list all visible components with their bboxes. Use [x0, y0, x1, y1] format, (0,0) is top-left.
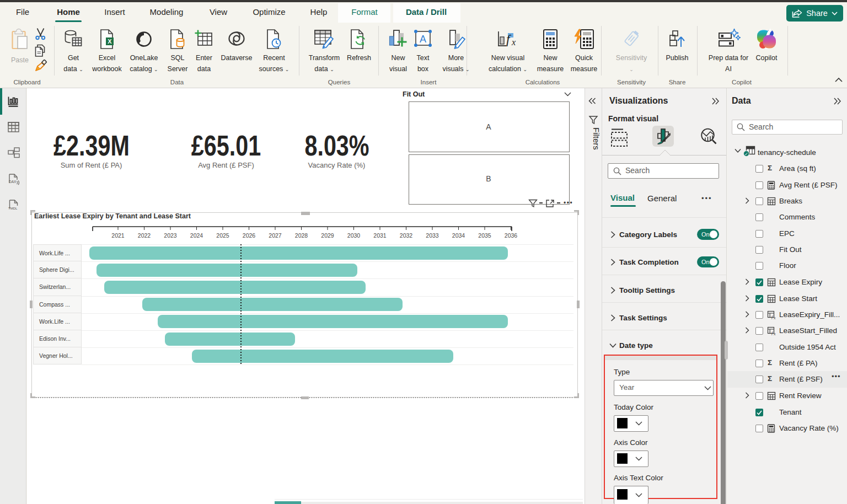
svg-text:x: x [511, 37, 516, 47]
svg-text:DAX: DAX [9, 180, 17, 184]
svg-text:X: X [108, 38, 112, 45]
svg-text:x: x [774, 316, 776, 320]
svg-text:A: A [420, 34, 426, 45]
svg-text:TMDL: TMDL [8, 207, 18, 210]
svg-text:x: x [774, 332, 776, 336]
